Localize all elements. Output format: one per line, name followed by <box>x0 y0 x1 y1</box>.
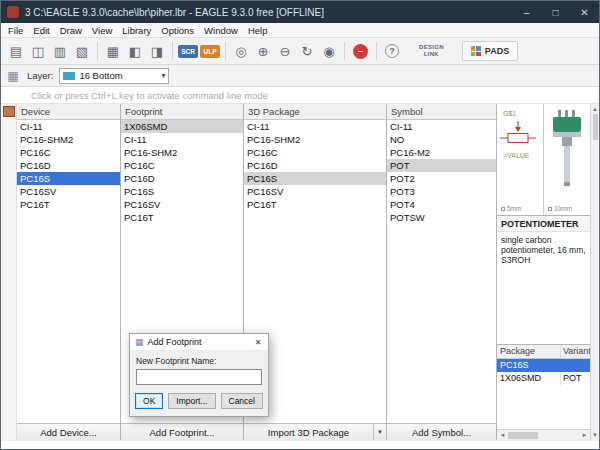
menu-item[interactable]: File <box>3 24 28 37</box>
symbol-list-item[interactable]: NO <box>387 133 496 146</box>
dialog-close-button[interactable]: ✕ <box>250 335 266 350</box>
footprint-list-item[interactable]: CI-11 <box>121 133 243 146</box>
description-panel: POTENTIOMETER single carbon potentiomete… <box>497 216 590 345</box>
menu-item[interactable]: Window <box>199 24 243 37</box>
symbol-list-item[interactable]: PC16-M2 <box>387 146 496 159</box>
symbol-list-item[interactable]: POT <box>387 159 496 172</box>
design-link-button[interactable]: DESIGN LINK <box>413 40 450 62</box>
footprint-icon: ▦ <box>135 337 144 347</box>
zoom-redraw-icon[interactable]: ↻ <box>297 41 317 61</box>
symbol-column-header: Symbol <box>387 104 496 120</box>
package-table-row[interactable]: PC16S <box>497 359 590 372</box>
device-list-item[interactable]: PC16SV <box>17 185 120 198</box>
open-library-icon[interactable]: ▤ <box>6 41 26 61</box>
footprint-list-item[interactable]: PC16T <box>121 211 243 224</box>
footprint-list-item[interactable]: 1X06SMD <box>121 120 243 133</box>
device-list-item[interactable]: PC16-SHM2 <box>17 133 120 146</box>
dialog-titlebar: ▦ Add Footprint ✕ <box>130 334 268 351</box>
menu-item[interactable]: Draw <box>55 24 87 37</box>
footprint-list-item[interactable]: PC16S <box>121 185 243 198</box>
device-editor-icon[interactable]: ◧ <box>125 41 145 61</box>
symbol-list-item[interactable]: POT4 <box>387 198 496 211</box>
zoom-fit-icon[interactable]: ◎ <box>231 41 251 61</box>
zoom-out-icon[interactable]: ⊖ <box>275 41 295 61</box>
device-list-item[interactable]: PC16S <box>17 172 120 185</box>
import-button[interactable]: Import... <box>168 393 215 409</box>
symbol-list-item[interactable]: CI-11 <box>387 120 496 133</box>
symbol-list: CI-11NOPC16-M2POTPOT2POT3POT4POTSW <box>387 120 496 423</box>
symbol-list-item[interactable]: POTSW <box>387 211 496 224</box>
pads-button[interactable]: PADS <box>462 41 518 61</box>
zoom-in-icon[interactable]: ⊕ <box>253 41 273 61</box>
scroll-left-icon[interactable]: ◄ <box>497 430 508 440</box>
command-line-bar[interactable]: Click or press Ctrl+L key to activate co… <box>1 87 599 104</box>
description-title: POTENTIOMETER <box>497 216 590 232</box>
layer-dropdown[interactable]: 16 Bottom ▾ <box>59 68 169 84</box>
import-3d-package-button[interactable]: Import 3D Package ▾ <box>244 423 386 440</box>
device-list-item[interactable]: PC16C <box>17 146 120 159</box>
device-list-item[interactable]: PC16T <box>17 198 120 211</box>
cancel-button[interactable]: Cancel <box>221 393 263 409</box>
footprint-column-header: Footprint <box>121 104 243 120</box>
preview-panel: G$1 >VALUE 5mm <box>497 104 599 440</box>
print-icon[interactable]: ▥ <box>50 41 70 61</box>
footprint-list-item[interactable]: PC16C <box>121 159 243 172</box>
device-list-item[interactable]: CI-11 <box>17 120 120 133</box>
package-3d-preview[interactable]: 10mm <box>544 104 590 215</box>
horizontal-scrollbar-thumb[interactable] <box>508 432 538 439</box>
package-3d-list-item[interactable]: PC16D <box>244 159 386 172</box>
footprint-list-item[interactable]: PC16SV <box>121 198 243 211</box>
package-3d-list-item[interactable]: PC16SV <box>244 185 386 198</box>
chevron-down-icon[interactable]: ▾ <box>373 424 386 440</box>
info-icon[interactable] <box>3 106 15 117</box>
scroll-right-icon[interactable]: ► <box>579 430 590 440</box>
package-3d-list-item[interactable]: CI-11 <box>244 120 386 133</box>
menu-item[interactable]: Help <box>243 24 273 37</box>
new-footprint-name-input[interactable] <box>136 369 262 385</box>
menu-item[interactable]: View <box>87 24 117 37</box>
bottom-strip <box>1 440 599 449</box>
device-list-item[interactable]: PC16D <box>17 159 120 172</box>
package-3d-list-item[interactable]: PC16S <box>244 172 386 185</box>
table-of-contents-icon[interactable]: ▦ <box>103 41 123 61</box>
scroll-up-icon[interactable]: ▲ <box>591 104 599 114</box>
menu-item[interactable]: Library <box>117 24 156 37</box>
scroll-down-icon[interactable]: ▼ <box>591 430 599 440</box>
package-3d-list-item[interactable]: PC16-SHM2 <box>244 133 386 146</box>
add-device-button[interactable]: Add Device... <box>17 423 120 440</box>
ulp-icon[interactable]: ULP <box>200 45 220 58</box>
new-footprint-name-label: New Footprint Name: <box>136 356 262 366</box>
package-3d-list-item[interactable]: PC16C <box>244 146 386 159</box>
footprint-list-item[interactable]: PC16D <box>121 172 243 185</box>
horizontal-scrollbar[interactable]: ◄ ► <box>497 429 590 440</box>
minimize-button[interactable]: – <box>512 1 541 23</box>
layer-color-swatch <box>63 72 75 80</box>
vertical-scrollbar[interactable]: ▲ ▼ <box>590 104 599 440</box>
menu-item[interactable]: Options <box>156 24 199 37</box>
grid-icon[interactable]: ▦ <box>5 68 21 84</box>
left-toolbar <box>1 104 17 440</box>
help-icon[interactable]: ? <box>385 44 399 58</box>
package-table-row[interactable]: 1X06SMDPOT <box>497 372 590 385</box>
add-symbol-button[interactable]: Add Symbol... <box>387 423 496 440</box>
symbol-list-item[interactable]: POT2 <box>387 172 496 185</box>
ok-button[interactable]: OK <box>135 393 163 409</box>
zoom-select-icon[interactable]: ◉ <box>319 41 339 61</box>
symbol-list-item[interactable]: POT3 <box>387 185 496 198</box>
package-3d-list-item[interactable]: PC16T <box>244 198 386 211</box>
script-icon[interactable]: SCR <box>178 45 198 58</box>
previews: G$1 >VALUE 5mm <box>497 104 590 216</box>
close-button[interactable]: ✕ <box>570 1 599 23</box>
export-icon[interactable]: ▧ <box>72 41 92 61</box>
symbol-scale-label: 5mm <box>501 205 521 212</box>
add-footprint-button[interactable]: Add Footprint... <box>121 423 243 440</box>
stop-icon[interactable]: – <box>353 44 368 59</box>
menu-item[interactable]: Edit <box>28 24 54 37</box>
window-controls: – □ ✕ <box>512 1 599 23</box>
symbol-preview[interactable]: G$1 >VALUE 5mm <box>497 104 544 215</box>
maximize-button[interactable]: □ <box>541 1 570 23</box>
footprint-editor-icon[interactable]: ◨ <box>147 41 167 61</box>
save-icon[interactable]: ◫ <box>28 41 48 61</box>
footprint-list-item[interactable]: PC16-SHM2 <box>121 146 243 159</box>
vertical-scrollbar-thumb[interactable] <box>593 114 598 140</box>
